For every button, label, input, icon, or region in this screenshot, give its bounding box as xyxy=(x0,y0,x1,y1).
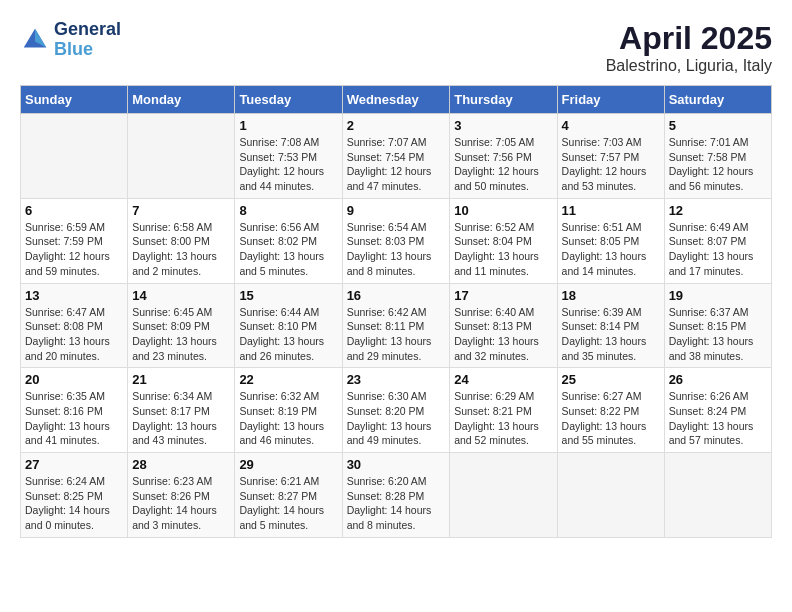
calendar-cell: 8Sunrise: 6:56 AMSunset: 8:02 PMDaylight… xyxy=(235,198,342,283)
day-number: 1 xyxy=(239,118,337,133)
calendar-cell: 12Sunrise: 6:49 AMSunset: 8:07 PMDayligh… xyxy=(664,198,771,283)
day-info: Sunrise: 6:29 AMSunset: 8:21 PMDaylight:… xyxy=(454,389,552,448)
calendar-week-2: 6Sunrise: 6:59 AMSunset: 7:59 PMDaylight… xyxy=(21,198,772,283)
day-number: 4 xyxy=(562,118,660,133)
day-info: Sunrise: 7:01 AMSunset: 7:58 PMDaylight:… xyxy=(669,135,767,194)
day-number: 6 xyxy=(25,203,123,218)
day-number: 8 xyxy=(239,203,337,218)
day-number: 20 xyxy=(25,372,123,387)
calendar-header-row: SundayMondayTuesdayWednesdayThursdayFrid… xyxy=(21,86,772,114)
calendar-cell xyxy=(450,453,557,538)
day-number: 11 xyxy=(562,203,660,218)
day-number: 14 xyxy=(132,288,230,303)
day-info: Sunrise: 6:58 AMSunset: 8:00 PMDaylight:… xyxy=(132,220,230,279)
calendar-cell: 19Sunrise: 6:37 AMSunset: 8:15 PMDayligh… xyxy=(664,283,771,368)
calendar-cell: 24Sunrise: 6:29 AMSunset: 8:21 PMDayligh… xyxy=(450,368,557,453)
day-info: Sunrise: 7:05 AMSunset: 7:56 PMDaylight:… xyxy=(454,135,552,194)
page-header: GeneralBlue April 2025 Balestrino, Ligur… xyxy=(20,20,772,75)
calendar-week-3: 13Sunrise: 6:47 AMSunset: 8:08 PMDayligh… xyxy=(21,283,772,368)
column-header-monday: Monday xyxy=(128,86,235,114)
calendar-cell: 6Sunrise: 6:59 AMSunset: 7:59 PMDaylight… xyxy=(21,198,128,283)
calendar-cell: 11Sunrise: 6:51 AMSunset: 8:05 PMDayligh… xyxy=(557,198,664,283)
day-info: Sunrise: 6:21 AMSunset: 8:27 PMDaylight:… xyxy=(239,474,337,533)
calendar-week-4: 20Sunrise: 6:35 AMSunset: 8:16 PMDayligh… xyxy=(21,368,772,453)
calendar-cell: 21Sunrise: 6:34 AMSunset: 8:17 PMDayligh… xyxy=(128,368,235,453)
title-block: April 2025 Balestrino, Liguria, Italy xyxy=(606,20,772,75)
day-number: 13 xyxy=(25,288,123,303)
day-info: Sunrise: 6:39 AMSunset: 8:14 PMDaylight:… xyxy=(562,305,660,364)
day-number: 5 xyxy=(669,118,767,133)
day-info: Sunrise: 7:07 AMSunset: 7:54 PMDaylight:… xyxy=(347,135,446,194)
calendar-cell: 30Sunrise: 6:20 AMSunset: 8:28 PMDayligh… xyxy=(342,453,450,538)
day-number: 23 xyxy=(347,372,446,387)
calendar-cell: 27Sunrise: 6:24 AMSunset: 8:25 PMDayligh… xyxy=(21,453,128,538)
logo: GeneralBlue xyxy=(20,20,121,60)
day-info: Sunrise: 6:34 AMSunset: 8:17 PMDaylight:… xyxy=(132,389,230,448)
day-number: 28 xyxy=(132,457,230,472)
day-number: 21 xyxy=(132,372,230,387)
calendar-cell: 4Sunrise: 7:03 AMSunset: 7:57 PMDaylight… xyxy=(557,114,664,199)
column-header-friday: Friday xyxy=(557,86,664,114)
column-header-thursday: Thursday xyxy=(450,86,557,114)
calendar-week-5: 27Sunrise: 6:24 AMSunset: 8:25 PMDayligh… xyxy=(21,453,772,538)
day-number: 19 xyxy=(669,288,767,303)
calendar-cell: 15Sunrise: 6:44 AMSunset: 8:10 PMDayligh… xyxy=(235,283,342,368)
day-number: 26 xyxy=(669,372,767,387)
calendar-cell: 18Sunrise: 6:39 AMSunset: 8:14 PMDayligh… xyxy=(557,283,664,368)
day-number: 7 xyxy=(132,203,230,218)
day-number: 22 xyxy=(239,372,337,387)
calendar-cell: 22Sunrise: 6:32 AMSunset: 8:19 PMDayligh… xyxy=(235,368,342,453)
day-info: Sunrise: 6:59 AMSunset: 7:59 PMDaylight:… xyxy=(25,220,123,279)
day-info: Sunrise: 6:52 AMSunset: 8:04 PMDaylight:… xyxy=(454,220,552,279)
day-number: 27 xyxy=(25,457,123,472)
day-info: Sunrise: 6:37 AMSunset: 8:15 PMDaylight:… xyxy=(669,305,767,364)
calendar-cell: 10Sunrise: 6:52 AMSunset: 8:04 PMDayligh… xyxy=(450,198,557,283)
day-info: Sunrise: 6:54 AMSunset: 8:03 PMDaylight:… xyxy=(347,220,446,279)
day-number: 9 xyxy=(347,203,446,218)
calendar-cell: 5Sunrise: 7:01 AMSunset: 7:58 PMDaylight… xyxy=(664,114,771,199)
calendar-cell: 26Sunrise: 6:26 AMSunset: 8:24 PMDayligh… xyxy=(664,368,771,453)
day-number: 25 xyxy=(562,372,660,387)
subtitle: Balestrino, Liguria, Italy xyxy=(606,57,772,75)
day-info: Sunrise: 6:35 AMSunset: 8:16 PMDaylight:… xyxy=(25,389,123,448)
day-info: Sunrise: 6:44 AMSunset: 8:10 PMDaylight:… xyxy=(239,305,337,364)
column-header-wednesday: Wednesday xyxy=(342,86,450,114)
column-header-sunday: Sunday xyxy=(21,86,128,114)
calendar-cell: 13Sunrise: 6:47 AMSunset: 8:08 PMDayligh… xyxy=(21,283,128,368)
day-info: Sunrise: 6:47 AMSunset: 8:08 PMDaylight:… xyxy=(25,305,123,364)
calendar-cell: 29Sunrise: 6:21 AMSunset: 8:27 PMDayligh… xyxy=(235,453,342,538)
day-info: Sunrise: 6:56 AMSunset: 8:02 PMDaylight:… xyxy=(239,220,337,279)
day-number: 15 xyxy=(239,288,337,303)
calendar-cell: 17Sunrise: 6:40 AMSunset: 8:13 PMDayligh… xyxy=(450,283,557,368)
day-info: Sunrise: 6:51 AMSunset: 8:05 PMDaylight:… xyxy=(562,220,660,279)
day-number: 3 xyxy=(454,118,552,133)
calendar-cell xyxy=(557,453,664,538)
calendar-cell: 28Sunrise: 6:23 AMSunset: 8:26 PMDayligh… xyxy=(128,453,235,538)
day-info: Sunrise: 6:32 AMSunset: 8:19 PMDaylight:… xyxy=(239,389,337,448)
calendar-cell: 2Sunrise: 7:07 AMSunset: 7:54 PMDaylight… xyxy=(342,114,450,199)
calendar-cell xyxy=(21,114,128,199)
calendar-cell: 9Sunrise: 6:54 AMSunset: 8:03 PMDaylight… xyxy=(342,198,450,283)
calendar-cell: 1Sunrise: 7:08 AMSunset: 7:53 PMDaylight… xyxy=(235,114,342,199)
day-info: Sunrise: 6:42 AMSunset: 8:11 PMDaylight:… xyxy=(347,305,446,364)
day-number: 17 xyxy=(454,288,552,303)
day-info: Sunrise: 6:45 AMSunset: 8:09 PMDaylight:… xyxy=(132,305,230,364)
day-info: Sunrise: 6:23 AMSunset: 8:26 PMDaylight:… xyxy=(132,474,230,533)
calendar-cell: 14Sunrise: 6:45 AMSunset: 8:09 PMDayligh… xyxy=(128,283,235,368)
logo-icon xyxy=(20,25,50,55)
calendar-cell: 25Sunrise: 6:27 AMSunset: 8:22 PMDayligh… xyxy=(557,368,664,453)
calendar-cell: 3Sunrise: 7:05 AMSunset: 7:56 PMDaylight… xyxy=(450,114,557,199)
day-number: 12 xyxy=(669,203,767,218)
column-header-tuesday: Tuesday xyxy=(235,86,342,114)
calendar-table: SundayMondayTuesdayWednesdayThursdayFrid… xyxy=(20,85,772,538)
logo-text: GeneralBlue xyxy=(54,20,121,60)
day-info: Sunrise: 6:49 AMSunset: 8:07 PMDaylight:… xyxy=(669,220,767,279)
day-number: 2 xyxy=(347,118,446,133)
day-info: Sunrise: 6:40 AMSunset: 8:13 PMDaylight:… xyxy=(454,305,552,364)
main-title: April 2025 xyxy=(606,20,772,57)
calendar-week-1: 1Sunrise: 7:08 AMSunset: 7:53 PMDaylight… xyxy=(21,114,772,199)
day-info: Sunrise: 7:03 AMSunset: 7:57 PMDaylight:… xyxy=(562,135,660,194)
day-info: Sunrise: 6:24 AMSunset: 8:25 PMDaylight:… xyxy=(25,474,123,533)
calendar-cell: 7Sunrise: 6:58 AMSunset: 8:00 PMDaylight… xyxy=(128,198,235,283)
day-number: 16 xyxy=(347,288,446,303)
